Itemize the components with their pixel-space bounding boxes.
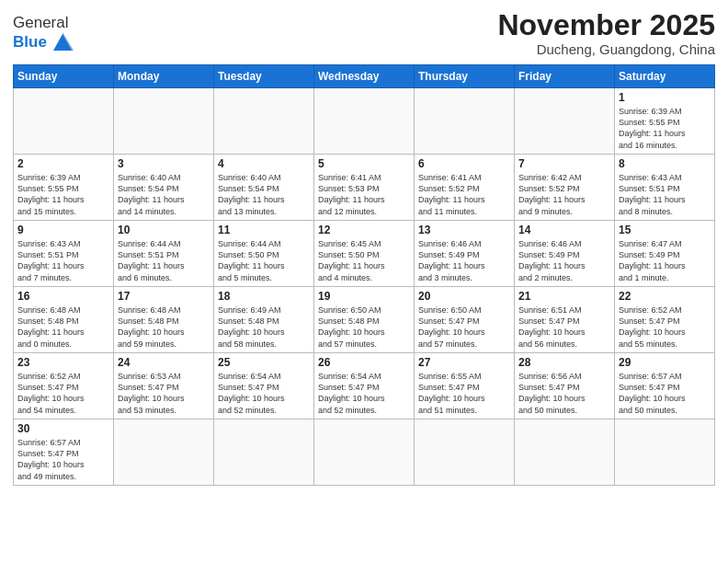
day-info: Sunrise: 6:48 AMSunset: 5:48 PMDaylight:… bbox=[17, 304, 109, 350]
calendar-cell: 1Sunrise: 6:39 AMSunset: 5:55 PMDaylight… bbox=[615, 88, 715, 155]
day-number: 20 bbox=[418, 290, 510, 303]
week-row-2: 9Sunrise: 6:43 AMSunset: 5:51 PMDaylight… bbox=[14, 221, 715, 287]
day-number: 27 bbox=[418, 356, 510, 369]
day-number: 19 bbox=[318, 290, 410, 303]
weekday-header-row: SundayMondayTuesdayWednesdayThursdayFrid… bbox=[14, 65, 715, 88]
day-info: Sunrise: 6:44 AMSunset: 5:51 PMDaylight:… bbox=[118, 238, 210, 283]
day-info: Sunrise: 6:50 AMSunset: 5:47 PMDaylight:… bbox=[418, 304, 510, 350]
day-number: 24 bbox=[118, 356, 210, 369]
calendar-cell: 12Sunrise: 6:45 AMSunset: 5:50 PMDayligh… bbox=[314, 221, 415, 287]
calendar-cell: 27Sunrise: 6:55 AMSunset: 5:47 PMDayligh… bbox=[415, 353, 515, 419]
day-info: Sunrise: 6:56 AMSunset: 5:47 PMDaylight:… bbox=[518, 371, 610, 416]
logo-label: General bbox=[13, 15, 75, 32]
day-info: Sunrise: 6:51 AMSunset: 5:47 PMDaylight:… bbox=[518, 304, 610, 350]
day-number: 25 bbox=[218, 356, 310, 369]
day-number: 2 bbox=[17, 157, 109, 170]
weekday-tuesday: Tuesday bbox=[214, 65, 314, 88]
day-info: Sunrise: 6:43 AMSunset: 5:51 PMDaylight:… bbox=[619, 172, 711, 217]
day-number: 28 bbox=[518, 356, 610, 369]
weekday-wednesday: Wednesday bbox=[314, 65, 415, 88]
weekday-sunday: Sunday bbox=[14, 65, 114, 88]
day-number: 30 bbox=[17, 422, 109, 435]
location: Ducheng, Guangdong, China bbox=[497, 41, 715, 57]
day-info: Sunrise: 6:46 AMSunset: 5:49 PMDaylight:… bbox=[418, 238, 510, 283]
calendar-cell bbox=[114, 419, 214, 486]
day-number: 12 bbox=[318, 224, 410, 236]
day-number: 8 bbox=[619, 157, 711, 170]
day-info: Sunrise: 6:57 AMSunset: 5:47 PMDaylight:… bbox=[17, 437, 109, 482]
day-info: Sunrise: 6:40 AMSunset: 5:54 PMDaylight:… bbox=[118, 172, 210, 217]
calendar-cell: 14Sunrise: 6:46 AMSunset: 5:49 PMDayligh… bbox=[515, 221, 615, 287]
day-number: 3 bbox=[118, 157, 210, 170]
calendar-cell: 19Sunrise: 6:50 AMSunset: 5:48 PMDayligh… bbox=[314, 287, 415, 353]
day-number: 18 bbox=[218, 290, 310, 303]
weekday-monday: Monday bbox=[114, 65, 214, 88]
calendar-cell bbox=[314, 419, 415, 486]
calendar-cell: 8Sunrise: 6:43 AMSunset: 5:51 PMDaylight… bbox=[615, 155, 715, 221]
day-number: 5 bbox=[318, 157, 410, 170]
calendar-cell: 26Sunrise: 6:54 AMSunset: 5:47 PMDayligh… bbox=[314, 353, 415, 419]
week-row-4: 23Sunrise: 6:52 AMSunset: 5:47 PMDayligh… bbox=[14, 353, 715, 419]
calendar-cell: 24Sunrise: 6:53 AMSunset: 5:47 PMDayligh… bbox=[114, 353, 214, 419]
calendar-cell: 6Sunrise: 6:41 AMSunset: 5:52 PMDaylight… bbox=[415, 155, 515, 221]
day-number: 7 bbox=[518, 157, 610, 170]
day-info: Sunrise: 6:39 AMSunset: 5:55 PMDaylight:… bbox=[619, 106, 711, 151]
calendar-cell bbox=[415, 88, 515, 155]
calendar-cell: 2Sunrise: 6:39 AMSunset: 5:55 PMDaylight… bbox=[14, 155, 114, 221]
day-info: Sunrise: 6:40 AMSunset: 5:54 PMDaylight:… bbox=[218, 172, 310, 217]
calendar-cell bbox=[14, 88, 114, 155]
month-title: November 2025 bbox=[497, 9, 715, 41]
calendar-cell: 11Sunrise: 6:44 AMSunset: 5:50 PMDayligh… bbox=[214, 221, 314, 287]
week-row-0: 1Sunrise: 6:39 AMSunset: 5:55 PMDaylight… bbox=[14, 88, 715, 155]
calendar-cell: 10Sunrise: 6:44 AMSunset: 5:51 PMDayligh… bbox=[114, 221, 214, 287]
calendar-cell: 16Sunrise: 6:48 AMSunset: 5:48 PMDayligh… bbox=[14, 287, 114, 353]
day-info: Sunrise: 6:52 AMSunset: 5:47 PMDaylight:… bbox=[17, 371, 109, 416]
calendar-cell: 7Sunrise: 6:42 AMSunset: 5:52 PMDaylight… bbox=[515, 155, 615, 221]
calendar-cell: 18Sunrise: 6:49 AMSunset: 5:48 PMDayligh… bbox=[214, 287, 314, 353]
week-row-1: 2Sunrise: 6:39 AMSunset: 5:55 PMDaylight… bbox=[14, 155, 715, 221]
day-info: Sunrise: 6:49 AMSunset: 5:48 PMDaylight:… bbox=[218, 304, 310, 350]
day-number: 16 bbox=[17, 290, 109, 303]
day-info: Sunrise: 6:57 AMSunset: 5:47 PMDaylight:… bbox=[619, 371, 711, 416]
week-row-5: 30Sunrise: 6:57 AMSunset: 5:47 PMDayligh… bbox=[14, 419, 715, 486]
day-number: 15 bbox=[619, 224, 711, 236]
calendar-cell: 25Sunrise: 6:54 AMSunset: 5:47 PMDayligh… bbox=[214, 353, 314, 419]
weekday-thursday: Thursday bbox=[415, 65, 515, 88]
day-info: Sunrise: 6:46 AMSunset: 5:49 PMDaylight:… bbox=[518, 238, 610, 283]
day-number: 23 bbox=[17, 356, 109, 369]
logo-blue-text: Blue bbox=[13, 33, 47, 52]
logo-general: General bbox=[13, 14, 68, 31]
day-info: Sunrise: 6:45 AMSunset: 5:50 PMDaylight:… bbox=[318, 238, 410, 283]
day-info: Sunrise: 6:42 AMSunset: 5:52 PMDaylight:… bbox=[518, 172, 610, 217]
calendar-cell: 17Sunrise: 6:48 AMSunset: 5:48 PMDayligh… bbox=[114, 287, 214, 353]
day-number: 6 bbox=[418, 157, 510, 170]
day-number: 9 bbox=[17, 224, 109, 236]
calendar-cell bbox=[314, 88, 415, 155]
day-number: 29 bbox=[619, 356, 711, 369]
calendar-cell bbox=[515, 419, 615, 486]
calendar-cell: 30Sunrise: 6:57 AMSunset: 5:47 PMDayligh… bbox=[14, 419, 114, 486]
day-info: Sunrise: 6:48 AMSunset: 5:48 PMDaylight:… bbox=[118, 304, 210, 350]
page: General Blue November 2025 Ducheng, Guan… bbox=[0, 0, 728, 563]
day-info: Sunrise: 6:41 AMSunset: 5:53 PMDaylight:… bbox=[318, 172, 410, 217]
header: General Blue November 2025 Ducheng, Guan… bbox=[13, 9, 715, 57]
weekday-saturday: Saturday bbox=[615, 65, 715, 88]
day-info: Sunrise: 6:54 AMSunset: 5:47 PMDaylight:… bbox=[318, 371, 410, 416]
day-number: 4 bbox=[218, 157, 310, 170]
calendar-cell bbox=[214, 419, 314, 486]
calendar-cell bbox=[615, 419, 715, 486]
day-info: Sunrise: 6:44 AMSunset: 5:50 PMDaylight:… bbox=[218, 238, 310, 283]
title-block: November 2025 Ducheng, Guangdong, China bbox=[497, 9, 715, 57]
calendar-cell: 3Sunrise: 6:40 AMSunset: 5:54 PMDaylight… bbox=[114, 155, 214, 221]
week-row-3: 16Sunrise: 6:48 AMSunset: 5:48 PMDayligh… bbox=[14, 287, 715, 353]
calendar-cell: 5Sunrise: 6:41 AMSunset: 5:53 PMDaylight… bbox=[314, 155, 415, 221]
logo-blue-row: Blue bbox=[13, 32, 75, 52]
calendar-cell bbox=[515, 88, 615, 155]
calendar-cell: 29Sunrise: 6:57 AMSunset: 5:47 PMDayligh… bbox=[615, 353, 715, 419]
calendar-cell: 23Sunrise: 6:52 AMSunset: 5:47 PMDayligh… bbox=[14, 353, 114, 419]
day-info: Sunrise: 6:43 AMSunset: 5:51 PMDaylight:… bbox=[17, 238, 109, 283]
day-info: Sunrise: 6:54 AMSunset: 5:47 PMDaylight:… bbox=[218, 371, 310, 416]
day-info: Sunrise: 6:39 AMSunset: 5:55 PMDaylight:… bbox=[17, 172, 109, 217]
day-number: 22 bbox=[619, 290, 711, 303]
day-number: 17 bbox=[118, 290, 210, 303]
